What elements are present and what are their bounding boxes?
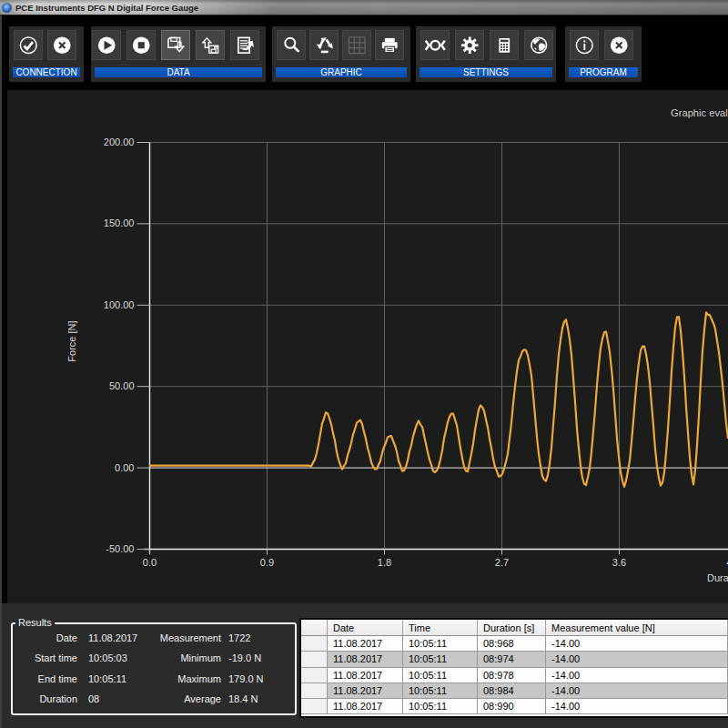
svg-text:150.00: 150.00	[104, 217, 135, 228]
svg-text:Duration [s]: Duration [s]	[707, 572, 728, 583]
svg-text:1.8: 1.8	[378, 557, 391, 568]
svg-text:Graphic evaluation: Graphic evaluation	[671, 107, 728, 118]
svg-text:-50.00: -50.00	[106, 543, 134, 554]
svg-text:2.7: 2.7	[495, 557, 509, 568]
svg-text:0.00: 0.00	[115, 462, 134, 473]
svg-text:0.9: 0.9	[260, 557, 274, 568]
svg-text:50.00: 50.00	[109, 380, 135, 391]
svg-text:3.6: 3.6	[612, 557, 626, 568]
svg-text:200.00: 200.00	[104, 136, 135, 147]
svg-text:100.00: 100.00	[104, 299, 135, 310]
svg-text:0.0: 0.0	[143, 557, 157, 568]
svg-text:Force [N]: Force [N]	[66, 320, 77, 361]
